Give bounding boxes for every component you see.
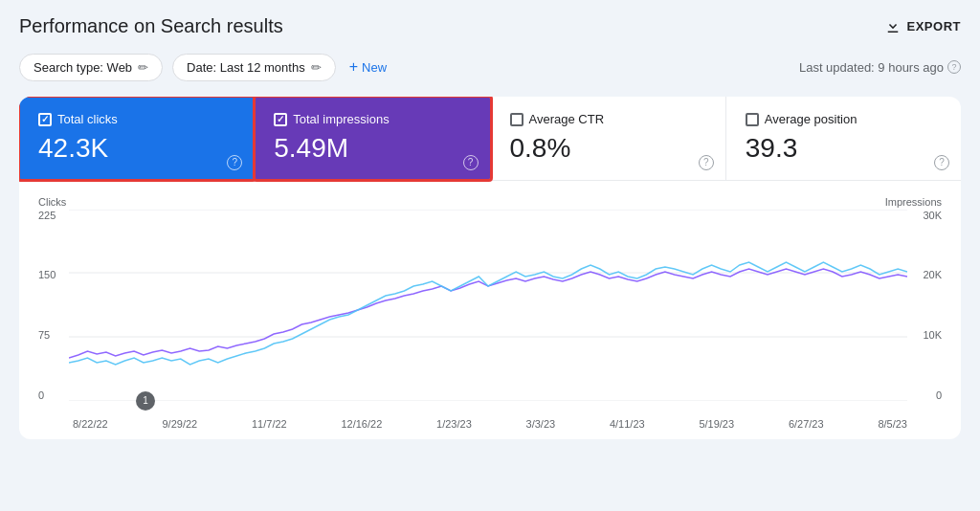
total-clicks-info[interactable]: ? bbox=[227, 155, 242, 170]
total-clicks-value: 42.3K bbox=[38, 132, 234, 165]
left-axis-title: Clicks bbox=[38, 196, 66, 208]
annotation-dot[interactable]: 1 bbox=[136, 391, 155, 411]
metrics-row: Total clicks 42.3K ? Total impressions 5… bbox=[19, 97, 961, 181]
y-right-0: 0 bbox=[911, 389, 942, 401]
right-axis-title: Impressions bbox=[885, 196, 942, 208]
impressions-line bbox=[69, 269, 907, 358]
average-ctr-value: 0.8% bbox=[510, 132, 706, 165]
total-impressions-label: Total impressions bbox=[293, 112, 389, 126]
pencil-icon: ✏ bbox=[138, 60, 148, 75]
axis-titles: Clicks Impressions bbox=[38, 196, 942, 210]
last-updated: Last updated: 9 hours ago ? bbox=[799, 60, 961, 75]
metric-average-ctr[interactable]: Average CTR 0.8% ? bbox=[491, 97, 726, 180]
x-label-8: 6/27/23 bbox=[789, 418, 824, 430]
y-right-20k: 20K bbox=[911, 269, 942, 280]
total-clicks-label: Total clicks bbox=[57, 112, 118, 126]
date-filter[interactable]: Date: Last 12 months ✏ bbox=[172, 54, 336, 81]
x-label-6: 4/11/23 bbox=[610, 418, 645, 430]
x-label-2: 11/7/22 bbox=[252, 418, 287, 430]
total-impressions-checkbox[interactable] bbox=[274, 113, 287, 126]
x-label-3: 12/16/22 bbox=[341, 418, 382, 430]
y-right-10k: 10K bbox=[911, 329, 942, 341]
chart-svg bbox=[69, 210, 907, 401]
y-left-150: 150 bbox=[38, 269, 65, 280]
metric-average-position[interactable]: Average position 39.3 ? bbox=[726, 97, 961, 180]
x-label-5: 3/3/23 bbox=[526, 418, 556, 430]
average-ctr-info[interactable]: ? bbox=[699, 155, 714, 170]
x-label-0: 8/22/22 bbox=[73, 418, 108, 430]
average-ctr-label: Average CTR bbox=[529, 112, 605, 126]
chart-wrapper: 225 150 75 0 bbox=[38, 210, 942, 430]
y-left-0: 0 bbox=[38, 389, 65, 401]
download-icon bbox=[884, 18, 902, 35]
page-header: Performance on Search results EXPORT bbox=[19, 15, 961, 37]
export-button[interactable]: EXPORT bbox=[884, 18, 961, 35]
metric-total-impressions[interactable]: Total impressions 5.49M ? bbox=[255, 97, 490, 180]
x-label-7: 5/19/23 bbox=[699, 418, 734, 430]
chart-area: Clicks Impressions 225 150 75 0 bbox=[19, 181, 961, 439]
average-position-checkbox[interactable] bbox=[746, 113, 759, 126]
total-impressions-value: 5.49M bbox=[274, 132, 470, 165]
add-filter-button[interactable]: + New bbox=[345, 53, 390, 81]
main-card: Total clicks 42.3K ? Total impressions 5… bbox=[19, 97, 961, 439]
x-label-9: 8/5/23 bbox=[878, 418, 907, 430]
pencil-icon-date: ✏ bbox=[311, 60, 322, 75]
info-icon: ? bbox=[947, 60, 961, 74]
search-type-label: Search type: Web bbox=[33, 60, 132, 75]
export-label: EXPORT bbox=[907, 19, 961, 33]
y-right-30k: 30K bbox=[911, 210, 942, 221]
search-type-filter[interactable]: Search type: Web ✏ bbox=[19, 54, 163, 81]
y-left-225: 225 bbox=[38, 210, 65, 221]
date-label: Date: Last 12 months bbox=[187, 60, 305, 75]
plus-icon: + bbox=[349, 58, 358, 76]
average-position-info[interactable]: ? bbox=[934, 155, 949, 170]
page-title: Performance on Search results bbox=[19, 15, 283, 37]
average-position-value: 39.3 bbox=[746, 132, 942, 165]
total-impressions-info[interactable]: ? bbox=[463, 155, 479, 170]
x-label-4: 1/23/23 bbox=[436, 418, 472, 430]
total-clicks-checkbox[interactable] bbox=[38, 113, 52, 126]
metric-total-clicks[interactable]: Total clicks 42.3K ? bbox=[19, 97, 255, 180]
x-label-1: 9/29/22 bbox=[162, 418, 197, 430]
y-left-75: 75 bbox=[38, 329, 65, 341]
average-ctr-checkbox[interactable] bbox=[510, 113, 523, 126]
add-label: New bbox=[362, 60, 387, 75]
toolbar: Search type: Web ✏ Date: Last 12 months … bbox=[19, 53, 961, 81]
average-position-label: Average position bbox=[765, 112, 858, 126]
